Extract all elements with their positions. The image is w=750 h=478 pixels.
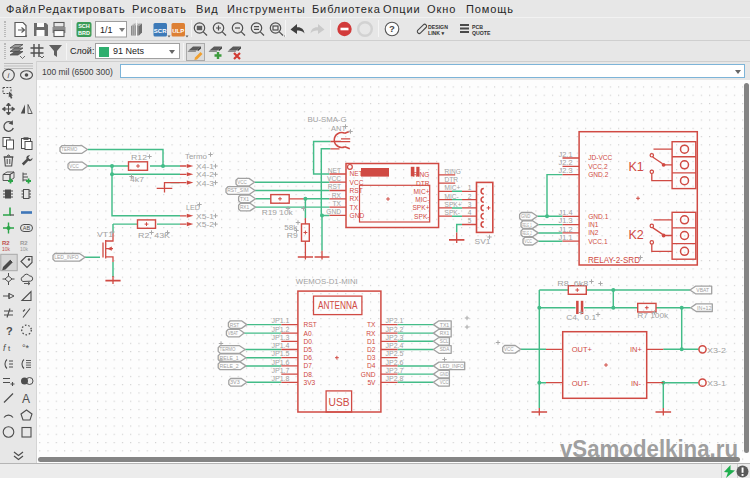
svg-text:GND: GND xyxy=(521,214,531,219)
svg-text:R19 10k: R19 10k xyxy=(262,209,294,216)
svg-text:JP1.1: JP1.1 xyxy=(272,317,290,324)
svg-text:LED_INFO: LED_INFO xyxy=(54,255,79,260)
svg-text:VCC.2: VCC.2 xyxy=(588,163,608,170)
svg-text:3V3: 3V3 xyxy=(230,380,240,385)
svg-text:X3-2: X3-2 xyxy=(707,347,726,354)
svg-text:VCC: VCC xyxy=(524,239,532,244)
svg-text:TX: TX xyxy=(333,200,342,207)
svg-text:MIC-: MIC- xyxy=(445,193,459,200)
svg-text:X4-2: X4-2 xyxy=(196,171,214,178)
svg-text:IN+12: IN+12 xyxy=(697,306,712,311)
svg-text:5: 5 xyxy=(468,217,472,224)
svg-text:D0: D0 xyxy=(304,338,313,345)
svg-text:R12: R12 xyxy=(131,154,147,161)
svg-text:RX1: RX1 xyxy=(440,331,450,336)
svg-text:D7: D7 xyxy=(304,362,313,369)
svg-text:LED_INFO: LED_INFO xyxy=(440,364,465,369)
svg-text:SPK+: SPK+ xyxy=(445,201,462,208)
svg-text:RX1: RX1 xyxy=(240,205,250,210)
svg-text:?: ? xyxy=(6,325,13,337)
svg-text:OUT-: OUT- xyxy=(572,379,590,388)
svg-text:J2.1: J2.1 xyxy=(559,151,573,158)
svg-text:IN2: IN2 xyxy=(588,229,599,236)
svg-text:GND.2: GND.2 xyxy=(588,171,608,178)
svg-text:A0: A0 xyxy=(304,330,312,337)
svg-text:10k: 10k xyxy=(20,246,29,252)
svg-text:SCR: SCR xyxy=(154,28,167,34)
svg-text:D6: D6 xyxy=(304,354,313,361)
svg-text:RST: RST xyxy=(328,183,341,190)
svg-text:JP1.4: JP1.4 xyxy=(272,342,290,349)
svg-text:JP1.3: JP1.3 xyxy=(272,334,290,341)
svg-text:SDA: SDA xyxy=(440,347,450,352)
svg-text:VCC: VCC xyxy=(327,175,341,182)
svg-text:RST: RST xyxy=(350,187,363,194)
svg-text:J2.3: J2.3 xyxy=(559,167,573,174)
svg-text:VCC.1: VCC.1 xyxy=(588,238,608,245)
svg-text:RELE_2: RELE_2 xyxy=(220,364,240,369)
svg-text:Termo: Termo xyxy=(185,153,207,160)
svg-text:VCC: VCC xyxy=(69,164,79,169)
svg-text:K2: K2 xyxy=(629,228,644,242)
svg-text:JP1.6: JP1.6 xyxy=(272,359,290,366)
svg-text:WEMOS-D1-MINI: WEMOS-D1-MINI xyxy=(296,278,358,285)
svg-text:GND: GND xyxy=(326,208,341,215)
svg-text:RELAY-2-SRD: RELAY-2-SRD xyxy=(588,255,640,265)
svg-text:JP1.8: JP1.8 xyxy=(272,375,290,382)
svg-text:3: 3 xyxy=(468,201,472,208)
svg-text:R7 100k: R7 100k xyxy=(637,312,669,319)
svg-text:VCC: VCC xyxy=(440,380,449,385)
svg-text:JP2.6: JP2.6 xyxy=(386,359,404,366)
svg-text:58k: 58k xyxy=(284,224,298,231)
svg-text:IN+: IN+ xyxy=(630,345,643,354)
svg-text:RST_SIM: RST_SIM xyxy=(227,188,248,193)
svg-text:D5: D5 xyxy=(304,346,313,353)
svg-text:J1.3: J1.3 xyxy=(559,217,573,224)
svg-text:4: 4 xyxy=(468,209,472,216)
svg-text:GND: GND xyxy=(440,372,449,377)
svg-text:RST: RST xyxy=(230,323,240,328)
svg-text:f: f xyxy=(3,343,7,353)
svg-text:DTR: DTR xyxy=(445,176,459,183)
svg-text:2: 2 xyxy=(468,193,472,200)
svg-text:ULP: ULP xyxy=(172,28,184,34)
svg-text:RELE_2: RELE_2 xyxy=(522,231,532,236)
svg-text:TX: TX xyxy=(350,204,359,211)
svg-text:LINK ▾: LINK ▾ xyxy=(428,30,445,36)
svg-text:SCH: SCH xyxy=(78,23,90,29)
svg-text:D3: D3 xyxy=(367,354,376,361)
svg-text:SPK-: SPK- xyxy=(414,213,429,220)
svg-text:RST: RST xyxy=(304,321,317,328)
svg-text:JD-VCC: JD-VCC xyxy=(588,154,612,161)
svg-text:MIC+: MIC+ xyxy=(414,188,430,195)
svg-text:IN-: IN- xyxy=(631,379,642,388)
svg-text:NET: NET xyxy=(350,170,363,177)
svg-text:SV1: SV1 xyxy=(475,238,491,245)
svg-text:BRD: BRD xyxy=(78,30,90,36)
svg-text:0.1: 0.1 xyxy=(584,314,596,321)
svg-text:°*: °* xyxy=(22,343,30,353)
svg-text:MIC-: MIC- xyxy=(415,196,429,203)
svg-text:R8, 6k8: R8, 6k8 xyxy=(557,280,588,287)
svg-text:JP1.7: JP1.7 xyxy=(272,367,290,374)
svg-text:VBAT: VBAT xyxy=(696,288,709,293)
svg-text:RING: RING xyxy=(413,171,429,178)
svg-text:5V: 5V xyxy=(367,379,376,386)
svg-text:IN1: IN1 xyxy=(588,221,599,228)
svg-text:JP2.8: JP2.8 xyxy=(386,375,404,382)
svg-text:RX: RX xyxy=(350,195,360,202)
svg-text:RING: RING xyxy=(445,168,461,175)
svg-text:BU-SMA-G: BU-SMA-G xyxy=(308,116,347,123)
svg-text:3V3: 3V3 xyxy=(304,379,316,386)
svg-text:VCC: VCC xyxy=(504,347,514,352)
svg-text:J1.1: J1.1 xyxy=(559,234,573,241)
svg-text:1/1: 1/1 xyxy=(100,25,113,35)
svg-text:QUOTE: QUOTE xyxy=(472,30,491,36)
svg-text:TX1: TX1 xyxy=(240,197,250,202)
svg-text:TX1: TX1 xyxy=(440,323,450,328)
svg-text:D2: D2 xyxy=(367,346,376,353)
svg-text:D1: D1 xyxy=(367,338,376,345)
svg-text:JP1.5: JP1.5 xyxy=(272,350,290,357)
svg-text:ANTENNA: ANTENNA xyxy=(318,300,358,311)
svg-text:JP2.5: JP2.5 xyxy=(386,350,404,357)
